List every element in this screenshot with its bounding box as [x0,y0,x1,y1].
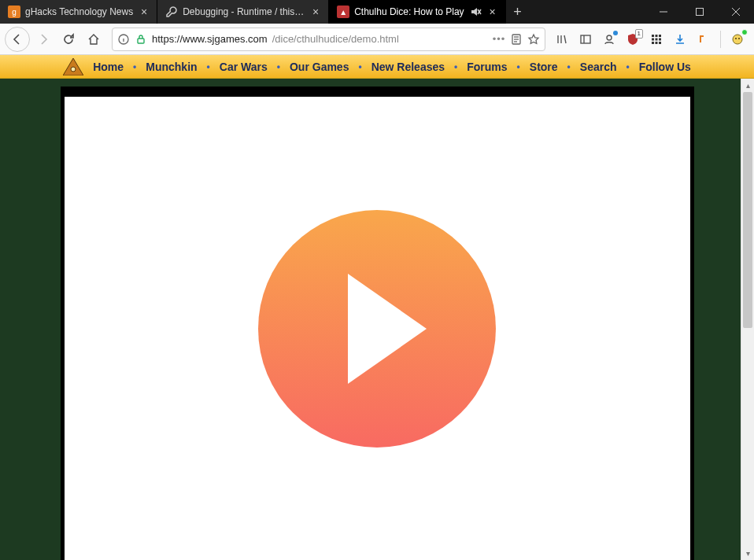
vertical-scrollbar[interactable]: ▴ ▾ [741,79,754,560]
svg-point-33 [71,67,76,72]
svg-rect-26 [652,42,654,44]
maximize-button[interactable] [682,0,718,24]
scroll-down-icon[interactable]: ▾ [741,547,754,560]
play-button[interactable] [258,210,496,448]
separator [720,31,721,48]
site-info-icon[interactable] [117,33,130,46]
nav-separator: • [207,61,210,72]
new-tab-button[interactable]: + [506,0,530,24]
svg-rect-21 [656,35,658,37]
close-window-button[interactable] [718,0,754,24]
account-icon[interactable] [599,29,619,50]
svg-point-30 [735,38,737,39]
url-path: /dice/cthulhudice/demo.html [272,33,399,45]
nav-carwars[interactable]: Car Wars [220,61,268,73]
play-icon [348,274,427,384]
ext-orange-icon[interactable] [693,29,714,50]
favicon-icon: g [8,6,20,18]
nav-separator: • [133,61,136,72]
mute-icon[interactable] [469,6,482,18]
download-ext-icon[interactable] [670,29,690,50]
library-icon[interactable] [552,29,572,50]
favicon-icon: ▲ [337,6,349,18]
svg-rect-3 [697,9,704,16]
url-host: https://www.sjgames.com [152,33,268,45]
home-button[interactable] [82,28,105,51]
close-icon[interactable]: × [138,6,150,18]
scroll-track[interactable] [741,92,754,547]
nav-separator: • [517,61,520,72]
tab-title: Cthulhu Dice: How to Play [354,6,464,17]
minimize-button[interactable] [645,0,682,24]
greasemonkey-icon[interactable] [727,29,748,50]
scroll-thumb[interactable] [743,92,752,328]
ublock-icon[interactable]: 1 [623,29,643,50]
nav-separator: • [567,61,571,72]
svg-rect-27 [656,42,658,44]
bookmark-star-icon[interactable] [527,33,540,46]
toolbar-extensions: 1 [552,29,749,50]
video-frame [61,87,694,560]
close-icon[interactable]: × [486,6,499,18]
svg-rect-23 [652,38,654,40]
reload-button[interactable] [57,28,80,51]
nav-store[interactable]: Store [530,61,558,73]
page-viewport: ▴ ▾ [0,79,754,560]
back-button[interactable] [5,27,30,52]
video-canvas [65,97,690,560]
tab-strip: g gHacks Technology News × Debugging - R… [0,0,530,24]
scroll-up-icon[interactable]: ▴ [741,79,754,92]
tab-cthulhu[interactable]: ▲ Cthulhu Dice: How to Play × [329,0,505,24]
close-icon[interactable]: × [309,6,322,18]
svg-rect-17 [581,35,590,43]
forward-button[interactable] [31,28,55,51]
lock-icon[interactable] [135,33,147,46]
browser-titlebar: g gHacks Technology News × Debugging - R… [0,0,754,24]
svg-rect-9 [138,39,144,43]
apps-grid-icon[interactable] [646,29,667,50]
ublock-badge: 1 [635,29,643,39]
svg-rect-20 [652,35,654,37]
sidebar-icon[interactable] [575,29,596,50]
tab-title: Debugging - Runtime / this-fir [183,6,305,17]
nav-newreleases[interactable]: New Releases [371,61,445,73]
tab-title: gHacks Technology News [25,6,133,17]
svg-rect-22 [659,35,661,37]
nav-ourgames[interactable]: Our Games [290,61,349,73]
browser-toolbar: https://www.sjgames.com/dice/cthulhudice… [0,24,754,55]
svg-rect-28 [659,42,661,44]
svg-rect-24 [656,38,658,40]
window-controls [645,0,754,24]
svg-point-29 [733,35,742,44]
reader-mode-icon[interactable] [510,33,523,46]
nav-separator: • [358,61,361,72]
nav-munchkin[interactable]: Munchkin [146,61,197,73]
nav-separator: • [454,61,457,72]
page-action-icon[interactable]: ••• [493,33,505,46]
svg-point-31 [738,38,740,39]
site-nav: Home• Munchkin• Car Wars• Our Games• New… [0,55,754,79]
svg-line-16 [564,35,566,43]
url-bar[interactable]: https://www.sjgames.com/dice/cthulhudice… [112,28,545,51]
tab-ghacks[interactable]: g gHacks Technology News × [0,0,157,24]
tab-debugging[interactable]: Debugging - Runtime / this-fir × [157,0,329,24]
nav-separator: • [277,61,280,72]
site-logo-icon[interactable] [63,58,83,76]
nav-forums[interactable]: Forums [467,61,507,73]
svg-rect-25 [659,38,661,40]
nav-followus[interactable]: Follow Us [639,61,691,73]
nav-separator: • [626,61,630,72]
nav-home[interactable]: Home [93,61,124,73]
nav-search[interactable]: Search [580,61,617,73]
svg-point-19 [607,35,612,40]
wrench-icon [165,6,178,18]
